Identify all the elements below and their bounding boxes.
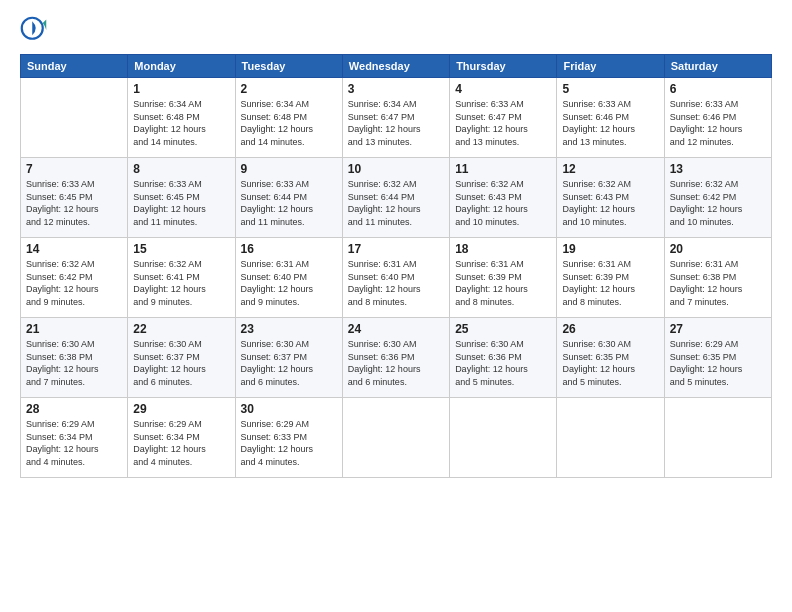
day-number: 1 (133, 82, 229, 96)
day-info: Sunrise: 6:31 AM Sunset: 6:38 PM Dayligh… (670, 258, 766, 308)
calendar-cell: 6Sunrise: 6:33 AM Sunset: 6:46 PM Daylig… (664, 78, 771, 158)
day-info: Sunrise: 6:33 AM Sunset: 6:46 PM Dayligh… (562, 98, 658, 148)
day-info: Sunrise: 6:32 AM Sunset: 6:41 PM Dayligh… (133, 258, 229, 308)
day-info: Sunrise: 6:33 AM Sunset: 6:45 PM Dayligh… (26, 178, 122, 228)
day-number: 20 (670, 242, 766, 256)
day-info: Sunrise: 6:29 AM Sunset: 6:34 PM Dayligh… (26, 418, 122, 468)
calendar-week-0: 1Sunrise: 6:34 AM Sunset: 6:48 PM Daylig… (21, 78, 772, 158)
day-number: 5 (562, 82, 658, 96)
calendar-week-3: 21Sunrise: 6:30 AM Sunset: 6:38 PM Dayli… (21, 318, 772, 398)
calendar-cell: 14Sunrise: 6:32 AM Sunset: 6:42 PM Dayli… (21, 238, 128, 318)
day-info: Sunrise: 6:30 AM Sunset: 6:36 PM Dayligh… (348, 338, 444, 388)
day-number: 17 (348, 242, 444, 256)
calendar-cell: 8Sunrise: 6:33 AM Sunset: 6:45 PM Daylig… (128, 158, 235, 238)
day-info: Sunrise: 6:32 AM Sunset: 6:43 PM Dayligh… (562, 178, 658, 228)
day-number: 28 (26, 402, 122, 416)
day-info: Sunrise: 6:29 AM Sunset: 6:33 PM Dayligh… (241, 418, 337, 468)
calendar-cell: 13Sunrise: 6:32 AM Sunset: 6:42 PM Dayli… (664, 158, 771, 238)
calendar-cell: 17Sunrise: 6:31 AM Sunset: 6:40 PM Dayli… (342, 238, 449, 318)
day-number: 25 (455, 322, 551, 336)
calendar-header-row: SundayMondayTuesdayWednesdayThursdayFrid… (21, 55, 772, 78)
header (20, 16, 772, 44)
day-number: 10 (348, 162, 444, 176)
day-info: Sunrise: 6:31 AM Sunset: 6:39 PM Dayligh… (562, 258, 658, 308)
calendar-table: SundayMondayTuesdayWednesdayThursdayFrid… (20, 54, 772, 478)
day-number: 13 (670, 162, 766, 176)
day-number: 11 (455, 162, 551, 176)
day-info: Sunrise: 6:33 AM Sunset: 6:44 PM Dayligh… (241, 178, 337, 228)
calendar-cell: 26Sunrise: 6:30 AM Sunset: 6:35 PM Dayli… (557, 318, 664, 398)
day-number: 8 (133, 162, 229, 176)
day-info: Sunrise: 6:31 AM Sunset: 6:40 PM Dayligh… (348, 258, 444, 308)
day-number: 6 (670, 82, 766, 96)
day-info: Sunrise: 6:33 AM Sunset: 6:47 PM Dayligh… (455, 98, 551, 148)
day-number: 19 (562, 242, 658, 256)
calendar-week-2: 14Sunrise: 6:32 AM Sunset: 6:42 PM Dayli… (21, 238, 772, 318)
calendar-cell (21, 78, 128, 158)
day-info: Sunrise: 6:30 AM Sunset: 6:37 PM Dayligh… (133, 338, 229, 388)
calendar-cell (450, 398, 557, 478)
day-info: Sunrise: 6:29 AM Sunset: 6:35 PM Dayligh… (670, 338, 766, 388)
calendar-cell: 30Sunrise: 6:29 AM Sunset: 6:33 PM Dayli… (235, 398, 342, 478)
calendar-header-sunday: Sunday (21, 55, 128, 78)
day-number: 30 (241, 402, 337, 416)
day-number: 29 (133, 402, 229, 416)
day-number: 18 (455, 242, 551, 256)
calendar-week-4: 28Sunrise: 6:29 AM Sunset: 6:34 PM Dayli… (21, 398, 772, 478)
calendar-cell: 5Sunrise: 6:33 AM Sunset: 6:46 PM Daylig… (557, 78, 664, 158)
calendar-cell: 3Sunrise: 6:34 AM Sunset: 6:47 PM Daylig… (342, 78, 449, 158)
day-number: 3 (348, 82, 444, 96)
day-info: Sunrise: 6:30 AM Sunset: 6:36 PM Dayligh… (455, 338, 551, 388)
day-info: Sunrise: 6:32 AM Sunset: 6:44 PM Dayligh… (348, 178, 444, 228)
day-number: 14 (26, 242, 122, 256)
calendar-cell: 15Sunrise: 6:32 AM Sunset: 6:41 PM Dayli… (128, 238, 235, 318)
calendar-cell: 1Sunrise: 6:34 AM Sunset: 6:48 PM Daylig… (128, 78, 235, 158)
day-info: Sunrise: 6:30 AM Sunset: 6:35 PM Dayligh… (562, 338, 658, 388)
calendar-cell: 24Sunrise: 6:30 AM Sunset: 6:36 PM Dayli… (342, 318, 449, 398)
day-info: Sunrise: 6:31 AM Sunset: 6:39 PM Dayligh… (455, 258, 551, 308)
day-info: Sunrise: 6:30 AM Sunset: 6:38 PM Dayligh… (26, 338, 122, 388)
calendar-header-saturday: Saturday (664, 55, 771, 78)
calendar-cell (664, 398, 771, 478)
day-info: Sunrise: 6:29 AM Sunset: 6:34 PM Dayligh… (133, 418, 229, 468)
calendar-week-1: 7Sunrise: 6:33 AM Sunset: 6:45 PM Daylig… (21, 158, 772, 238)
day-info: Sunrise: 6:34 AM Sunset: 6:48 PM Dayligh… (241, 98, 337, 148)
calendar-cell: 29Sunrise: 6:29 AM Sunset: 6:34 PM Dayli… (128, 398, 235, 478)
calendar-cell: 12Sunrise: 6:32 AM Sunset: 6:43 PM Dayli… (557, 158, 664, 238)
page: SundayMondayTuesdayWednesdayThursdayFrid… (0, 0, 792, 612)
day-info: Sunrise: 6:32 AM Sunset: 6:42 PM Dayligh… (26, 258, 122, 308)
logo (20, 16, 52, 44)
calendar-cell: 2Sunrise: 6:34 AM Sunset: 6:48 PM Daylig… (235, 78, 342, 158)
calendar-cell: 22Sunrise: 6:30 AM Sunset: 6:37 PM Dayli… (128, 318, 235, 398)
day-info: Sunrise: 6:34 AM Sunset: 6:47 PM Dayligh… (348, 98, 444, 148)
calendar-cell: 25Sunrise: 6:30 AM Sunset: 6:36 PM Dayli… (450, 318, 557, 398)
calendar-cell: 9Sunrise: 6:33 AM Sunset: 6:44 PM Daylig… (235, 158, 342, 238)
day-number: 12 (562, 162, 658, 176)
calendar-cell: 16Sunrise: 6:31 AM Sunset: 6:40 PM Dayli… (235, 238, 342, 318)
day-number: 7 (26, 162, 122, 176)
calendar-cell: 21Sunrise: 6:30 AM Sunset: 6:38 PM Dayli… (21, 318, 128, 398)
day-number: 24 (348, 322, 444, 336)
calendar-header-tuesday: Tuesday (235, 55, 342, 78)
calendar-cell: 10Sunrise: 6:32 AM Sunset: 6:44 PM Dayli… (342, 158, 449, 238)
calendar-cell: 28Sunrise: 6:29 AM Sunset: 6:34 PM Dayli… (21, 398, 128, 478)
day-number: 27 (670, 322, 766, 336)
calendar-cell: 19Sunrise: 6:31 AM Sunset: 6:39 PM Dayli… (557, 238, 664, 318)
day-info: Sunrise: 6:33 AM Sunset: 6:45 PM Dayligh… (133, 178, 229, 228)
day-number: 26 (562, 322, 658, 336)
day-number: 2 (241, 82, 337, 96)
calendar-cell: 23Sunrise: 6:30 AM Sunset: 6:37 PM Dayli… (235, 318, 342, 398)
day-info: Sunrise: 6:32 AM Sunset: 6:42 PM Dayligh… (670, 178, 766, 228)
calendar-header-wednesday: Wednesday (342, 55, 449, 78)
logo-icon (20, 16, 48, 44)
calendar-cell: 18Sunrise: 6:31 AM Sunset: 6:39 PM Dayli… (450, 238, 557, 318)
calendar-cell: 4Sunrise: 6:33 AM Sunset: 6:47 PM Daylig… (450, 78, 557, 158)
calendar-cell: 27Sunrise: 6:29 AM Sunset: 6:35 PM Dayli… (664, 318, 771, 398)
calendar-cell: 20Sunrise: 6:31 AM Sunset: 6:38 PM Dayli… (664, 238, 771, 318)
day-number: 15 (133, 242, 229, 256)
day-number: 22 (133, 322, 229, 336)
calendar-header-monday: Monday (128, 55, 235, 78)
day-number: 21 (26, 322, 122, 336)
day-number: 16 (241, 242, 337, 256)
day-number: 4 (455, 82, 551, 96)
